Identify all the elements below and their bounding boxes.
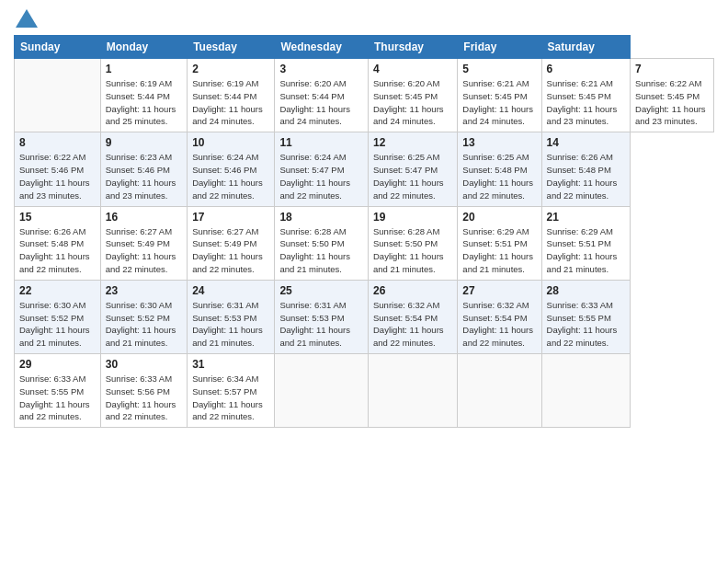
day-number: 1 [106, 63, 182, 75]
calendar-cell-day-12: 12Sunrise: 6:25 AMSunset: 5:47 PMDayligh… [368, 132, 457, 206]
day-number: 10 [192, 136, 269, 149]
calendar-header-sunday: Sunday [15, 36, 101, 59]
calendar-cell-day-2: 2Sunrise: 6:19 AMSunset: 5:44 PMDaylight… [188, 59, 275, 132]
calendar-table: SundayMondayTuesdayWednesdayThursdayFrid… [14, 35, 714, 428]
calendar-header-monday: Monday [100, 36, 187, 59]
day-info: Sunrise: 6:33 AMSunset: 5:56 PMDaylight:… [106, 373, 176, 421]
day-number: 11 [279, 136, 363, 149]
day-info: Sunrise: 6:32 AMSunset: 5:54 PMDaylight:… [373, 300, 444, 348]
day-info: Sunrise: 6:27 AMSunset: 5:49 PMDaylight:… [106, 226, 176, 274]
day-number: 21 [547, 211, 625, 224]
day-number: 4 [373, 63, 452, 75]
day-number: 16 [106, 211, 182, 224]
day-number: 14 [547, 136, 625, 149]
calendar-cell-day-19: 19Sunrise: 6:28 AMSunset: 5:50 PMDayligh… [368, 206, 457, 280]
day-info: Sunrise: 6:20 AMSunset: 5:44 PMDaylight:… [279, 78, 350, 126]
calendar-cell-day-26: 26Sunrise: 6:32 AMSunset: 5:54 PMDayligh… [368, 280, 457, 353]
day-info: Sunrise: 6:28 AMSunset: 5:50 PMDaylight:… [373, 226, 444, 274]
calendar-cell-day-7: 7Sunrise: 6:22 AMSunset: 5:45 PMDaylight… [631, 59, 714, 132]
calendar-cell-day-10: 10Sunrise: 6:24 AMSunset: 5:46 PMDayligh… [188, 132, 275, 206]
calendar-cell-day-20: 20Sunrise: 6:29 AMSunset: 5:51 PMDayligh… [458, 206, 541, 280]
day-number: 12 [373, 136, 452, 149]
day-number: 5 [462, 63, 536, 75]
day-info: Sunrise: 6:24 AMSunset: 5:47 PMDaylight:… [279, 152, 350, 200]
day-info: Sunrise: 6:28 AMSunset: 5:50 PMDaylight:… [279, 226, 350, 274]
day-info: Sunrise: 6:20 AMSunset: 5:45 PMDaylight:… [373, 78, 444, 126]
calendar-cell-day-11: 11Sunrise: 6:24 AMSunset: 5:47 PMDayligh… [275, 132, 369, 206]
day-number: 27 [462, 284, 536, 297]
calendar-cell-empty [15, 59, 101, 132]
day-info: Sunrise: 6:33 AMSunset: 5:55 PMDaylight:… [19, 373, 90, 421]
day-number: 13 [462, 136, 536, 149]
calendar-cell-day-17: 17Sunrise: 6:27 AMSunset: 5:49 PMDayligh… [188, 206, 275, 280]
calendar-cell-day-18: 18Sunrise: 6:28 AMSunset: 5:50 PMDayligh… [275, 206, 369, 280]
calendar-week-row-2: 15Sunrise: 6:26 AMSunset: 5:48 PMDayligh… [15, 206, 714, 280]
calendar-cell-day-25: 25Sunrise: 6:31 AMSunset: 5:53 PMDayligh… [275, 280, 369, 353]
day-info: Sunrise: 6:30 AMSunset: 5:52 PMDaylight:… [106, 300, 176, 348]
day-number: 28 [547, 284, 625, 297]
day-info: Sunrise: 6:25 AMSunset: 5:48 PMDaylight:… [462, 152, 533, 200]
calendar-header-thursday: Thursday [368, 36, 457, 59]
calendar-cell-day-empty [541, 354, 630, 428]
day-info: Sunrise: 6:29 AMSunset: 5:51 PMDaylight:… [547, 226, 618, 274]
page-container: SundayMondayTuesdayWednesdayThursdayFrid… [0, 0, 728, 437]
day-info: Sunrise: 6:23 AMSunset: 5:46 PMDaylight:… [106, 152, 176, 200]
day-number: 20 [462, 211, 536, 224]
calendar-cell-day-24: 24Sunrise: 6:31 AMSunset: 5:53 PMDayligh… [188, 280, 275, 353]
day-info: Sunrise: 6:19 AMSunset: 5:44 PMDaylight:… [192, 78, 263, 126]
calendar-cell-day-31: 31Sunrise: 6:34 AMSunset: 5:57 PMDayligh… [188, 354, 275, 428]
day-number: 25 [279, 284, 363, 297]
calendar-cell-day-6: 6Sunrise: 6:21 AMSunset: 5:45 PMDaylight… [541, 59, 630, 132]
day-number: 3 [279, 63, 363, 75]
calendar-header-tuesday: Tuesday [188, 36, 275, 59]
day-info: Sunrise: 6:31 AMSunset: 5:53 PMDaylight:… [279, 300, 350, 348]
calendar-cell-day-30: 30Sunrise: 6:33 AMSunset: 5:56 PMDayligh… [100, 354, 187, 428]
calendar-week-row-4: 29Sunrise: 6:33 AMSunset: 5:55 PMDayligh… [15, 354, 714, 428]
calendar-header-row: SundayMondayTuesdayWednesdayThursdayFrid… [15, 36, 714, 59]
calendar-cell-day-14: 14Sunrise: 6:26 AMSunset: 5:48 PMDayligh… [541, 132, 630, 206]
day-info: Sunrise: 6:21 AMSunset: 5:45 PMDaylight:… [547, 78, 618, 126]
day-info: Sunrise: 6:21 AMSunset: 5:45 PMDaylight:… [462, 78, 533, 126]
logo [14, 9, 38, 28]
day-number: 23 [106, 284, 182, 297]
header [14, 9, 714, 28]
calendar-cell-day-21: 21Sunrise: 6:29 AMSunset: 5:51 PMDayligh… [541, 206, 630, 280]
day-info: Sunrise: 6:29 AMSunset: 5:51 PMDaylight:… [462, 226, 533, 274]
day-number: 17 [192, 211, 269, 224]
calendar-cell-day-empty [275, 354, 369, 428]
calendar-cell-day-23: 23Sunrise: 6:30 AMSunset: 5:52 PMDayligh… [100, 280, 187, 353]
day-info: Sunrise: 6:33 AMSunset: 5:55 PMDaylight:… [547, 300, 618, 348]
calendar-week-row-1: 8Sunrise: 6:22 AMSunset: 5:46 PMDaylight… [15, 132, 714, 206]
day-number: 22 [19, 284, 96, 297]
logo-icon [16, 9, 38, 28]
day-info: Sunrise: 6:22 AMSunset: 5:46 PMDaylight:… [19, 152, 90, 200]
day-info: Sunrise: 6:26 AMSunset: 5:48 PMDaylight:… [19, 226, 90, 274]
calendar-cell-day-8: 8Sunrise: 6:22 AMSunset: 5:46 PMDaylight… [15, 132, 101, 206]
day-info: Sunrise: 6:22 AMSunset: 5:45 PMDaylight:… [635, 78, 706, 126]
day-number: 7 [635, 63, 709, 75]
calendar-cell-day-empty [368, 354, 457, 428]
calendar-cell-day-empty [458, 354, 541, 428]
calendar-cell-day-15: 15Sunrise: 6:26 AMSunset: 5:48 PMDayligh… [15, 206, 101, 280]
day-number: 8 [19, 136, 96, 149]
day-info: Sunrise: 6:31 AMSunset: 5:53 PMDaylight:… [192, 300, 263, 348]
day-number: 26 [373, 284, 452, 297]
day-number: 30 [106, 358, 182, 371]
day-number: 18 [279, 211, 363, 224]
day-info: Sunrise: 6:19 AMSunset: 5:44 PMDaylight:… [106, 78, 176, 126]
day-number: 6 [547, 63, 625, 75]
calendar-cell-day-13: 13Sunrise: 6:25 AMSunset: 5:48 PMDayligh… [458, 132, 541, 206]
svg-marker-0 [16, 9, 38, 28]
calendar-cell-day-9: 9Sunrise: 6:23 AMSunset: 5:46 PMDaylight… [100, 132, 187, 206]
calendar-cell-day-28: 28Sunrise: 6:33 AMSunset: 5:55 PMDayligh… [541, 280, 630, 353]
day-info: Sunrise: 6:27 AMSunset: 5:49 PMDaylight:… [192, 226, 263, 274]
day-info: Sunrise: 6:32 AMSunset: 5:54 PMDaylight:… [462, 300, 533, 348]
calendar-cell-day-5: 5Sunrise: 6:21 AMSunset: 5:45 PMDaylight… [458, 59, 541, 132]
calendar-cell-day-27: 27Sunrise: 6:32 AMSunset: 5:54 PMDayligh… [458, 280, 541, 353]
day-number: 29 [19, 358, 96, 371]
day-info: Sunrise: 6:30 AMSunset: 5:52 PMDaylight:… [19, 300, 90, 348]
day-number: 24 [192, 284, 269, 297]
calendar-cell-day-22: 22Sunrise: 6:30 AMSunset: 5:52 PMDayligh… [15, 280, 101, 353]
calendar-week-row-3: 22Sunrise: 6:30 AMSunset: 5:52 PMDayligh… [15, 280, 714, 353]
calendar-header-friday: Friday [458, 36, 541, 59]
